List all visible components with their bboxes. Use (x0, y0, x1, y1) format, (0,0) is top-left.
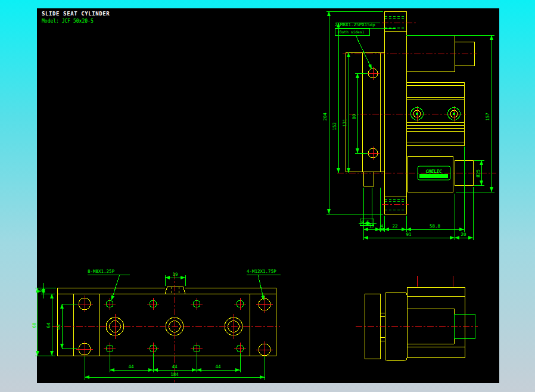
dim-121-label: 121 (342, 119, 347, 127)
thread-note-sub: (Both sides) (337, 30, 365, 34)
dim-157-label: 157 (485, 113, 490, 121)
cad-drawing: SLIDE SEAT CYLINDER Model: JCF 50x20-S (0, 0, 535, 392)
dim-44-pitch2-label: 44 (172, 364, 178, 369)
note-m8-holes: 8-M8X1.25P (88, 269, 115, 274)
drawing-model: Model: JCF 50x20-S (42, 18, 94, 24)
dim-91-label: 91 (406, 232, 411, 237)
dim-22-label: 22 (392, 223, 397, 229)
dim-44-vertical-label: 44 (56, 324, 61, 330)
dim-152-label: 152 (332, 122, 337, 130)
dim-dia25-label: Ø25 (475, 169, 481, 178)
dim-68-label: 68 (32, 322, 37, 328)
viewer-background: SLIDE SEAT CYLINDER Model: JCF 50x20-S (0, 0, 535, 392)
dim-20-label: 20 (461, 232, 466, 237)
chelic-logo-bar (419, 174, 448, 178)
drawing-title: SLIDE SEAT CYLINDER (42, 11, 110, 17)
dim-80-label: 80 (352, 114, 357, 120)
dim-58-8-label: 58.8 (430, 223, 441, 229)
dim-44-pitch1-label: 44 (128, 364, 134, 369)
dim-44-pitch3-label: 44 (215, 364, 221, 369)
dim-184-label: 184 (170, 372, 179, 377)
dim-204-label: 204 (322, 113, 328, 121)
dim-8-5-label: 8.5 (361, 220, 369, 225)
thread-note: 2-M8X1.25PX15dp (335, 22, 375, 27)
dim-17-label: 17 (369, 223, 374, 229)
dim-19-label: 19 (172, 272, 178, 277)
chelic-logo-text: CHELIC (425, 169, 442, 174)
note-m12-holes: 4-M12X1.75P (247, 269, 276, 274)
dim-6-label: 6 (38, 289, 43, 292)
dim-64-label: 64 (46, 322, 51, 328)
dim-4-label: 4 (381, 223, 384, 229)
